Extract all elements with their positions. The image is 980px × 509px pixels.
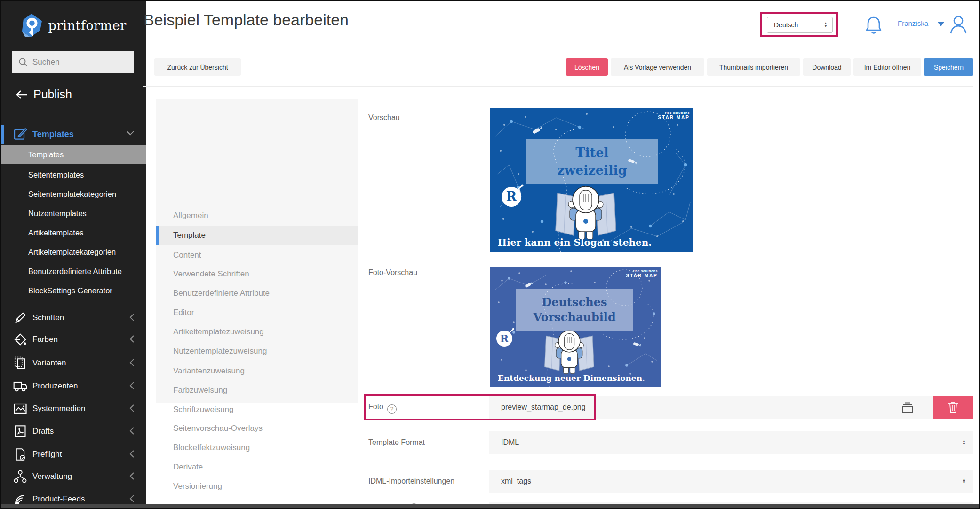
preview-slogan: Entdeckung neuer Dimensionen. [498,373,645,383]
brand-line1: rise solutions [626,269,658,273]
sidebar-item-label: Schriften [32,307,64,329]
astronaut-illustration [545,331,594,374]
truck-icon [12,378,29,395]
sidebar-item-benutzerdefinierte-attribute[interactable]: Benutzerdefinierte Attribute [1,262,146,281]
tab-benutzerdefinierte-attribute[interactable]: Benutzerdefinierte Attribute [156,284,358,303]
image-icon [12,400,29,417]
user-avatar-icon[interactable] [948,14,969,35]
astronaut-illustration [556,186,616,239]
search-placeholder: Suchen [32,57,60,67]
delete-button[interactable]: Löschen [566,58,608,76]
tab-versionierung[interactable]: Versionierung [156,477,358,496]
idml-import-settings-label: IDML-Importeinstellungen [368,477,454,485]
language-select[interactable]: Deutsch ▲▼ [767,17,833,33]
tab-variantenzuweisung[interactable]: Variantenzuweisung [156,362,358,380]
sidebar-search-input[interactable]: Suchen [12,51,134,73]
back-to-overview-button[interactable]: Zurück zur Übersicht [154,58,241,76]
preview-title-line2: Vorschaubild [533,310,615,325]
trash-icon [948,401,958,413]
sidebar-item-drafts[interactable]: Drafts [1,420,146,443]
sidebar-item-seitentemplatekategorien[interactable]: Seitentemplatekategorien [1,185,146,203]
notifications-bell-icon[interactable] [864,15,884,36]
delete-photo-button[interactable] [933,396,973,419]
tab-template[interactable]: Template [156,226,358,245]
language-select-value: Deutsch [774,21,798,29]
preview-title-line1: Deutsches [542,295,607,310]
sidebar-item-schriften[interactable]: Schriften [1,307,146,329]
sidebar-item-nutzentemplates[interactable]: Nutzentemplates [1,204,146,223]
select-stepper-icon: ▲▼ [962,478,966,484]
org-users-icon [12,468,29,485]
brand-line2: STAR MAP [658,115,690,121]
template-format-select[interactable]: IDML ▲▼ [489,431,973,454]
tab-blockeffektzuweisung[interactable]: Blockeffektzuweisung [156,438,358,457]
tab-schriftzuweisung[interactable]: Schriftzuweisung [156,400,358,419]
sidebar-item-label: Produzenten [32,375,78,397]
chevron-left-icon [129,313,135,322]
sidebar-item-label: Verwaltung [32,465,72,488]
active-tab-bar [156,226,159,245]
sidebar-item-preflight[interactable]: Preflight [1,443,146,466]
tab-allgemein[interactable]: Allgemein [156,206,358,225]
chevron-left-icon [129,335,135,343]
download-button[interactable]: Download [803,58,851,76]
sidebar-item-label: Drafts [32,420,54,443]
brand-logo[interactable]: printformer [1,10,146,41]
sidebar-item-seitentemplates[interactable]: Seitentemplates [1,165,146,184]
pdf-file-icon [12,423,29,440]
sidebar-item-systemmedien[interactable]: Systemmedien [1,397,146,420]
sidebar-item-label: Farben [32,328,58,351]
import-thumbnails-button[interactable]: Thumbnails importieren [707,58,800,76]
chevron-left-icon [129,404,135,412]
tab-derivate[interactable]: Derivate [156,458,358,477]
tab-farbzuweisung[interactable]: Farbzuweisung [156,381,358,400]
sidebar-item-produzenten[interactable]: Produzenten [1,375,146,397]
tab-seitenvorschau-overlays[interactable]: Seitenvorschau-Overlays [156,419,358,438]
rocket-icon [532,126,543,134]
user-menu-caret-icon[interactable] [938,22,944,26]
chevron-left-icon [129,472,135,480]
window-bottom-edge [1,504,979,508]
brand-line2: STAR MAP [626,273,658,279]
archive-icon[interactable] [901,402,915,414]
template-settings-nav: Allgemein Template Content Verwendete Sc… [156,99,358,403]
save-button[interactable]: Speichern [924,58,973,76]
sidebar-item-templates[interactable]: Templates [1,145,146,164]
sidebar-item-farben[interactable]: Farben [1,328,146,351]
tab-editor[interactable]: Editor [156,303,358,322]
app-window: printformer Suchen Publish Templates [0,0,980,509]
preview-slogan: Hier kann ein Slogan stehen. [498,237,652,248]
chevron-left-icon [129,494,135,503]
use-as-template-button[interactable]: Als Vorlage verwenden [611,58,704,76]
sidebar-group-label: Templates [32,125,74,144]
tab-nutzentemplatezuweisung[interactable]: Nutzentemplatezuweisung [156,342,358,361]
preview-title-box: Deutsches Vorschaubild [516,289,633,331]
sidebar-group-templates[interactable]: Templates [1,125,146,144]
sidebar-item-artikeltemplates[interactable]: Artikeltemplates [1,223,146,242]
sidebar-item-varianten[interactable]: Varianten [1,352,146,374]
brand-circle-logo: R [502,185,524,207]
sidebar-item-artikeltemplatekategorien[interactable]: Artikeltemplatekategorien [1,242,146,261]
preview-label: Vorschau [368,113,400,122]
chevron-left-icon [129,450,135,458]
tab-label: Template [173,231,206,240]
back-nav-publish[interactable]: Publish [16,88,72,101]
tab-content[interactable]: Content [156,246,358,265]
sidebar-item-label: Varianten [32,352,66,374]
sidebar-item-blocksettings-generator[interactable]: BlockSettings Generator [1,281,146,300]
open-in-editor-button[interactable]: Im Editor öffnen [853,58,921,76]
sidebar-item-verwaltung[interactable]: Verwaltung [1,465,146,488]
printformer-logo-icon [21,13,42,38]
page-title: Beispiel Template bearbeiten [143,11,349,29]
annotation-box-photo [364,394,596,420]
chevron-left-icon [129,381,135,390]
search-icon [18,57,28,67]
tab-artikeltemplatezuweisung[interactable]: Artikeltemplatezuweisung [156,323,358,341]
pen-icon [12,309,29,326]
active-group-bar [1,125,4,144]
idml-import-settings-select[interactable]: xml_tags ▲▼ [489,470,973,493]
header-divider [143,48,973,48]
user-name[interactable]: Franziska [898,19,928,27]
pages-icon [12,355,29,372]
tab-verwendete-schriften[interactable]: Verwendete Schriften [156,265,358,283]
